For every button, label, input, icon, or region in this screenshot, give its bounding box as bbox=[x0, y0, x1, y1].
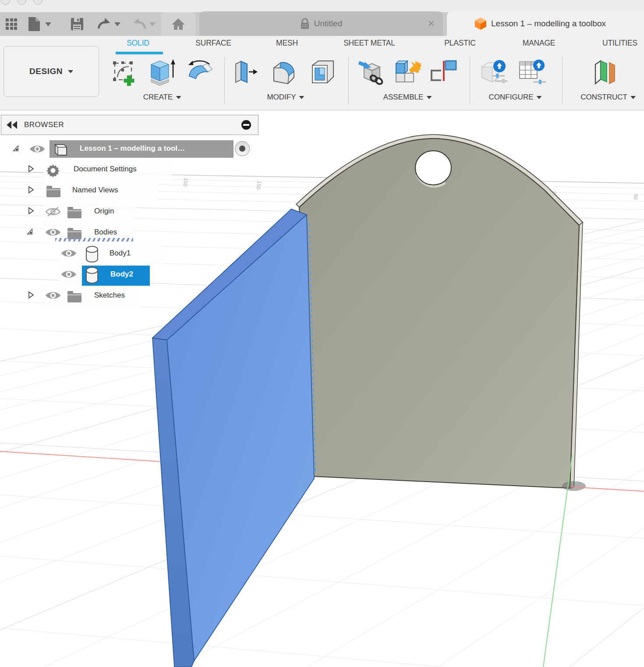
tab-sheet-metal[interactable]: SHEET METAL bbox=[343, 39, 395, 48]
chevron-down-icon bbox=[630, 96, 636, 99]
configuration-icon[interactable] bbox=[479, 58, 508, 87]
lock-icon bbox=[300, 18, 310, 29]
workspace-selector[interactable]: DESIGN bbox=[4, 46, 99, 97]
press-pull-icon[interactable] bbox=[231, 58, 260, 87]
expanded-arrow-icon[interactable] bbox=[26, 228, 33, 235]
group-divider bbox=[562, 57, 563, 104]
tree-label-body1[interactable]: Body1 bbox=[110, 249, 131, 258]
visibility-eye-icon[interactable] bbox=[45, 290, 61, 301]
grid-label: 150 bbox=[182, 177, 189, 187]
close-icon[interactable]: ✕ bbox=[427, 18, 435, 29]
folder-icon bbox=[67, 290, 82, 303]
tab-manage[interactable]: MANAGE bbox=[523, 39, 556, 48]
collapsed-arrow-icon[interactable] bbox=[28, 165, 34, 173]
gear-icon bbox=[46, 163, 60, 178]
tab-solid[interactable]: SOLID bbox=[127, 39, 149, 48]
chevron-down-icon bbox=[537, 96, 542, 99]
origin-marker bbox=[562, 481, 586, 491]
collapse-panel-icon[interactable] bbox=[7, 121, 18, 129]
undo-dropdown-caret[interactable] bbox=[113, 15, 122, 33]
tab-active-label: Lesson 1 – modelling a toolbox bbox=[491, 19, 606, 28]
activate-component-radio[interactable] bbox=[235, 141, 250, 156]
collapsed-arrow-icon[interactable] bbox=[28, 291, 34, 299]
collapsed-arrow-icon[interactable] bbox=[28, 186, 34, 194]
ribbon: DESIGN SOLID SURFACE MESH SHEET METAL PL… bbox=[0, 36, 644, 110]
active-edit-hatching bbox=[55, 238, 133, 241]
tab-untitled-label: Untitled bbox=[314, 19, 342, 28]
revolve-icon[interactable] bbox=[186, 58, 215, 87]
plate-hole bbox=[415, 151, 451, 185]
tree-label-sketches[interactable]: Sketches bbox=[94, 291, 125, 300]
chevron-down-icon bbox=[299, 96, 304, 99]
window-close-button[interactable] bbox=[1, 0, 10, 5]
home-icon bbox=[171, 17, 186, 31]
tree-label-document-settings[interactable]: Document Settings bbox=[74, 165, 137, 174]
redo-dropdown-caret[interactable] bbox=[148, 15, 157, 33]
redo-icon[interactable] bbox=[131, 15, 148, 33]
new-file-icon[interactable] bbox=[26, 15, 42, 33]
window-zoom-button[interactable] bbox=[33, 0, 42, 5]
tab-untitled[interactable]: Untitled ✕ bbox=[199, 11, 443, 36]
group-divider bbox=[348, 57, 349, 104]
undo-icon[interactable] bbox=[96, 15, 113, 33]
chevron-down-icon bbox=[426, 96, 432, 99]
configuration-table-icon[interactable] bbox=[518, 58, 547, 87]
app-grid-icon[interactable] bbox=[3, 15, 20, 33]
create-group-label[interactable]: CREATE bbox=[143, 93, 181, 102]
orange-cube-icon bbox=[474, 17, 487, 31]
visibility-off-eye-icon[interactable] bbox=[45, 206, 61, 217]
body-cylinder-icon bbox=[84, 266, 100, 284]
titlebar bbox=[0, 0, 644, 12]
modify-group-label[interactable]: MODIFY bbox=[267, 93, 304, 102]
offset-plane-icon[interactable] bbox=[591, 58, 619, 87]
grid-label: 150 bbox=[255, 181, 262, 190]
tree-label-named-views[interactable]: Named Views bbox=[72, 186, 118, 195]
tree-label-origin[interactable]: Origin bbox=[94, 207, 114, 216]
group-divider bbox=[470, 57, 470, 104]
tab-active-lesson[interactable]: Lesson 1 – modelling a toolbox bbox=[447, 11, 644, 36]
visibility-eye-icon[interactable] bbox=[60, 248, 77, 259]
create-sketch-icon[interactable] bbox=[110, 58, 139, 87]
new-file-dropdown-caret[interactable] bbox=[44, 15, 53, 33]
visibility-eye-icon[interactable] bbox=[29, 144, 46, 154]
expanded-arrow-icon[interactable] bbox=[12, 145, 19, 152]
new-component-icon[interactable] bbox=[393, 58, 421, 87]
browser-title: BROWSER bbox=[24, 121, 64, 129]
home-button[interactable] bbox=[161, 12, 195, 36]
x-axis-line bbox=[0, 451, 160, 461]
joint-icon[interactable] bbox=[428, 58, 457, 87]
visibility-eye-icon[interactable] bbox=[45, 227, 61, 238]
collapsed-arrow-icon[interactable] bbox=[28, 207, 34, 215]
window-minimize-button[interactable] bbox=[17, 0, 26, 5]
tree-label-body2[interactable]: Body2 bbox=[110, 270, 133, 279]
tab-mesh[interactable]: MESH bbox=[276, 39, 298, 48]
construct-group-label[interactable]: CONSTRUCT bbox=[580, 93, 636, 102]
tree-label-root[interactable]: Lesson 1 – modelling a tool… bbox=[80, 144, 185, 153]
extrude-icon[interactable] bbox=[147, 58, 176, 87]
tab-plastic[interactable]: PLASTIC bbox=[444, 39, 476, 48]
shell-icon[interactable] bbox=[308, 58, 337, 87]
body2-blue-panel[interactable] bbox=[152, 209, 315, 667]
folder-icon bbox=[67, 206, 82, 219]
insert-icon[interactable] bbox=[357, 58, 386, 87]
active-tab-underline bbox=[116, 52, 163, 54]
tab-surface[interactable]: SURFACE bbox=[195, 39, 231, 48]
fillet-icon[interactable] bbox=[270, 58, 299, 87]
folder-icon bbox=[46, 185, 61, 198]
tree-label-bodies[interactable]: Bodies bbox=[94, 228, 117, 237]
visibility-eye-icon[interactable] bbox=[60, 269, 77, 280]
body1-grey-plate[interactable] bbox=[296, 135, 583, 488]
configure-group-label[interactable]: CONFIGURE bbox=[489, 93, 542, 102]
workspace-label: DESIGN bbox=[29, 67, 63, 76]
tab-utilities[interactable]: UTILITIES bbox=[602, 39, 637, 48]
body-cylinder-icon bbox=[84, 245, 100, 263]
grid-label: 50 bbox=[632, 194, 639, 200]
viewport-canvas[interactable]: 150 150 50 50 BROWSER bbox=[0, 110, 644, 667]
save-icon[interactable] bbox=[69, 15, 85, 33]
display-settings-icon[interactable] bbox=[241, 119, 252, 131]
assemble-group-label[interactable]: ASSEMBLE bbox=[383, 93, 432, 102]
chevron-down-icon bbox=[68, 70, 73, 73]
group-divider bbox=[224, 57, 225, 104]
browser-panel-header[interactable]: BROWSER bbox=[1, 115, 258, 135]
component-cube-icon bbox=[52, 141, 68, 158]
